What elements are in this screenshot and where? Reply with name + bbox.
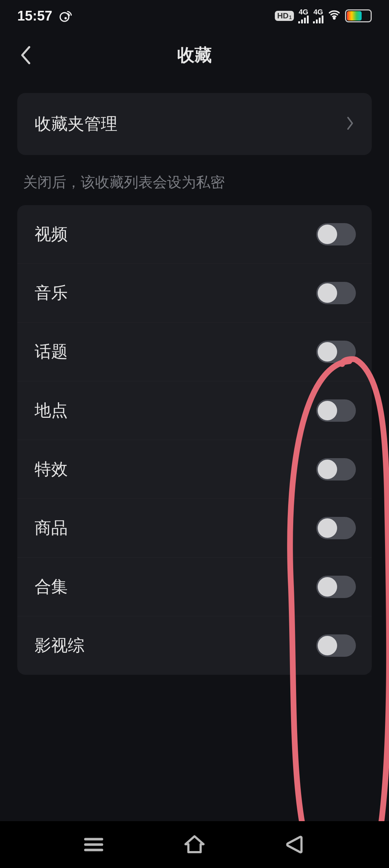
back-button[interactable] bbox=[11, 41, 40, 70]
hd-badge: HD1 bbox=[275, 11, 294, 21]
nav-back-button[interactable] bbox=[274, 828, 317, 861]
status-left: 15:57 bbox=[17, 8, 73, 24]
home-icon bbox=[182, 832, 207, 857]
toggle-switch-music[interactable] bbox=[316, 282, 356, 304]
battery-icon bbox=[345, 9, 372, 22]
signal-1: 4G bbox=[298, 8, 309, 23]
toggle-switch-film-tv[interactable] bbox=[316, 634, 356, 657]
nav-home-button[interactable] bbox=[173, 828, 216, 861]
weibo-icon bbox=[59, 9, 73, 23]
toggle-row-collection: 合集 bbox=[17, 558, 372, 616]
wifi-icon bbox=[328, 8, 341, 24]
toggle-row-music: 音乐 bbox=[17, 264, 372, 323]
toggle-row-film-tv: 影视综 bbox=[17, 616, 372, 675]
toggle-label: 视频 bbox=[35, 223, 68, 245]
toggle-row-topic: 话题 bbox=[17, 323, 372, 381]
toggle-switch-video[interactable] bbox=[316, 223, 356, 245]
manage-favorites-label: 收藏夹管理 bbox=[35, 113, 117, 135]
chevron-right-icon bbox=[346, 116, 354, 132]
signal-2: 4G bbox=[313, 8, 323, 23]
toggle-switch-collection[interactable] bbox=[316, 576, 356, 598]
toggle-row-effect: 特效 bbox=[17, 440, 372, 499]
status-right: HD1 4G 4G bbox=[275, 8, 372, 24]
menu-icon bbox=[81, 832, 106, 857]
page-header: 收藏 bbox=[0, 32, 389, 79]
toggle-switch-location[interactable] bbox=[316, 399, 356, 422]
svg-point-1 bbox=[64, 17, 67, 19]
manage-card: 收藏夹管理 bbox=[17, 93, 372, 155]
svg-point-2 bbox=[334, 17, 335, 19]
toggle-label: 合集 bbox=[35, 576, 68, 598]
toggle-label: 商品 bbox=[35, 517, 68, 539]
nav-recent-button[interactable] bbox=[72, 828, 115, 861]
section-note: 关闭后，该收藏列表会设为私密 bbox=[17, 155, 372, 205]
status-bar: 15:57 HD1 4G 4G bbox=[0, 0, 389, 32]
toggle-switch-effect[interactable] bbox=[316, 458, 356, 480]
page-title: 收藏 bbox=[177, 44, 212, 67]
toggle-switch-product[interactable] bbox=[316, 517, 356, 539]
toggle-label: 音乐 bbox=[35, 282, 68, 304]
status-time: 15:57 bbox=[17, 8, 52, 24]
toggle-row-location: 地点 bbox=[17, 381, 372, 440]
toggle-label: 影视综 bbox=[35, 634, 84, 657]
toggle-switch-topic[interactable] bbox=[316, 341, 356, 363]
back-icon bbox=[283, 832, 308, 857]
toggle-row-product: 商品 bbox=[17, 499, 372, 558]
chevron-left-icon bbox=[19, 45, 31, 65]
toggle-label: 地点 bbox=[35, 399, 68, 422]
hd-label: HD bbox=[277, 12, 289, 20]
toggle-label: 特效 bbox=[35, 458, 68, 480]
toggle-label: 话题 bbox=[35, 341, 68, 363]
toggle-row-video: 视频 bbox=[17, 205, 372, 264]
android-nav-bar bbox=[0, 821, 389, 868]
toggles-card: 视频 音乐 话题 地点 特效 商品 合集 影视综 bbox=[17, 205, 372, 675]
manage-favorites-row[interactable]: 收藏夹管理 bbox=[17, 93, 372, 155]
content: 收藏夹管理 关闭后，该收藏列表会设为私密 视频 音乐 话题 地点 特效 bbox=[0, 79, 389, 675]
